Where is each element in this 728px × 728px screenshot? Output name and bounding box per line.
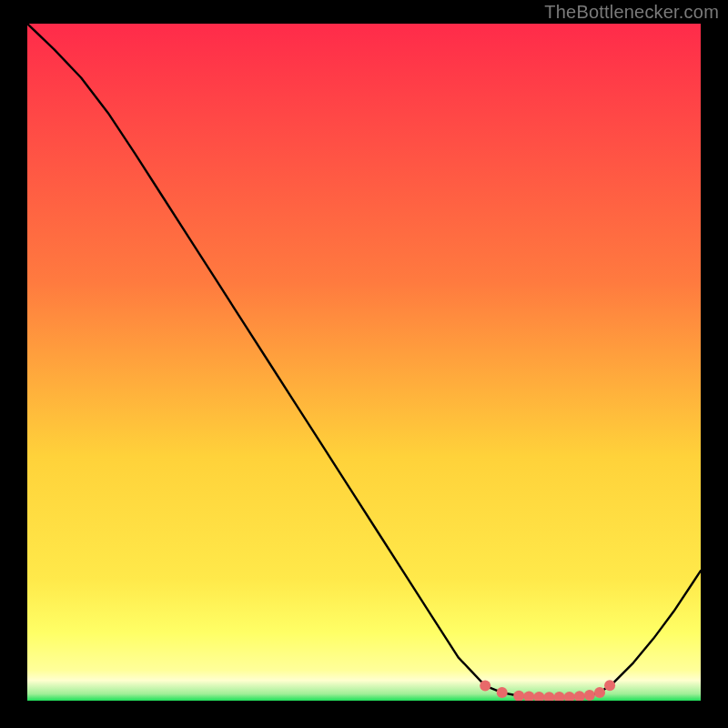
marker-dot	[594, 687, 605, 698]
gradient-bg	[27, 24, 701, 701]
bottleneck-chart	[27, 24, 701, 701]
marker-dot	[604, 680, 615, 691]
attribution-text: TheBottlenecker.com	[544, 2, 719, 23]
marker-dot	[497, 687, 508, 698]
marker-dot	[480, 681, 490, 692]
marker-dot	[584, 690, 595, 701]
